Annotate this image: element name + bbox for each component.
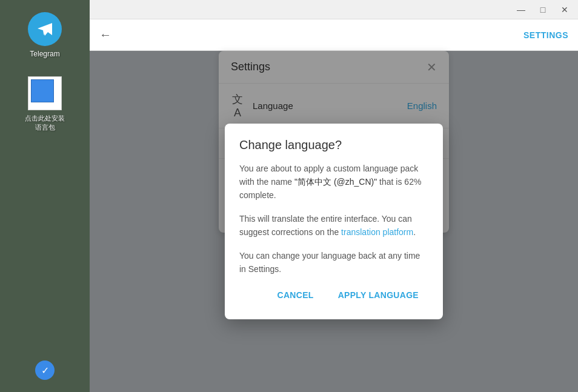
svg-rect-0	[37, 85, 48, 94]
translation-platform-link[interactable]: translation platform	[341, 227, 413, 237]
dialog-pack-name: "简体中文 (@zh_CN)"	[294, 177, 377, 187]
apply-language-button[interactable]: Apply Language	[328, 285, 428, 305]
telegram-desktop-icon[interactable]: Telegram	[15, 12, 75, 58]
dialog-para3-text: You can change your language back at any…	[239, 251, 420, 274]
check-icon: ✓	[41, 365, 49, 376]
app-header: ← SETTINGS	[90, 19, 578, 51]
app-window: — □ ✕ ← SETTINGS Settings ✕ 文A Language …	[90, 0, 578, 392]
dialog-para-2: This will translate the entire interface…	[239, 212, 428, 239]
dialog-title: Change language?	[239, 138, 428, 152]
telegram-icon-label: Telegram	[30, 50, 59, 58]
header-settings-label: SETTINGS	[523, 30, 568, 40]
modal-overlay: Change language? You are about to apply …	[90, 51, 578, 392]
maximize-button[interactable]: □	[534, 4, 551, 16]
install-language-icon[interactable]: 点击此处安装 语言包	[15, 76, 75, 132]
desktop: Telegram 点击此处安装 语言包 ✓ — □ ✕ ←	[0, 0, 578, 392]
close-button[interactable]: ✕	[556, 4, 573, 16]
minimize-button[interactable]: —	[513, 4, 530, 16]
svg-rect-1	[39, 87, 46, 92]
cancel-button[interactable]: Cancel	[268, 285, 324, 305]
back-button[interactable]: ←	[99, 28, 111, 42]
telegram-app: ← SETTINGS Settings ✕ 文A Language Englis…	[90, 19, 578, 392]
dialog-actions: Cancel Apply Language	[239, 285, 428, 305]
title-bar: — □ ✕	[90, 0, 578, 19]
telegram-icon	[28, 12, 62, 46]
dialog-para2-after: .	[413, 227, 416, 237]
change-language-dialog: Change language? You are about to apply …	[225, 124, 443, 320]
dialog-body: You are about to apply a custom language…	[239, 162, 428, 276]
dialog-para-1: You are about to apply a custom language…	[239, 162, 428, 202]
dialog-para-3: You can change your language back at any…	[239, 249, 428, 276]
sidebar: Telegram 点击此处安装 语言包 ✓	[0, 0, 90, 392]
install-icon-image	[28, 76, 62, 110]
install-icon-label: 点击此处安装 语言包	[25, 114, 65, 132]
check-badge: ✓	[35, 360, 55, 380]
